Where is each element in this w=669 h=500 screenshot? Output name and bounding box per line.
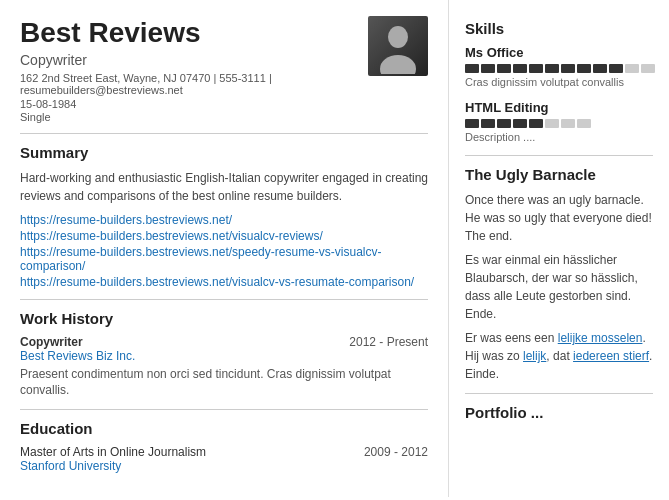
summary-link-4[interactable]: https://resume-builders.bestreviews.net/… xyxy=(20,275,428,289)
dot-1-8 xyxy=(577,64,591,73)
skill-bar-dots-1 xyxy=(465,64,655,73)
dot-2-8 xyxy=(577,119,591,128)
dot-1-11 xyxy=(625,64,639,73)
portfolio-section: Portfolio ... xyxy=(465,404,653,421)
dot-1-6 xyxy=(545,64,559,73)
header: Best Reviews Copywriter 162 2nd Street E… xyxy=(20,16,428,123)
edu-dates-1: 2009 - 2012 xyxy=(364,445,428,459)
summary-section: Summary Hard-working and enthusiastic En… xyxy=(20,144,428,289)
header-left: Best Reviews Copywriter 162 2nd Street E… xyxy=(20,16,368,123)
dot-1-10 xyxy=(609,64,623,73)
candidate-name: Best Reviews xyxy=(20,16,368,50)
dot-1-1 xyxy=(465,64,479,73)
education-title: Education xyxy=(20,420,428,437)
svg-point-0 xyxy=(388,26,408,48)
skill-ms-office: Ms Office xyxy=(465,45,653,88)
portfolio-title: Portfolio ... xyxy=(465,404,653,421)
summary-link-1[interactable]: https://resume-builders.bestreviews.net/ xyxy=(20,213,428,227)
work-company-1: Best Reviews Biz Inc. xyxy=(20,349,428,363)
work-history-title: Work History xyxy=(20,310,428,327)
work-row-1: Copywriter 2012 - Present xyxy=(20,335,428,349)
barnacle-link-2[interactable]: lelijk xyxy=(523,349,546,363)
skill-desc-2: Description .... xyxy=(465,131,653,143)
dot-1-12 xyxy=(641,64,655,73)
contact-info: 162 2nd Street East, Wayne, NJ 07470 | 5… xyxy=(20,72,368,96)
dot-1-2 xyxy=(481,64,495,73)
barnacle-section: The Ugly Barnacle Once there was an ugly… xyxy=(465,166,653,383)
dot-2-6 xyxy=(545,119,559,128)
barnacle-link-3[interactable]: iedereen stierf xyxy=(573,349,649,363)
dot-2-3 xyxy=(497,119,511,128)
header-divider xyxy=(20,133,428,134)
barnacle-title: The Ugly Barnacle xyxy=(465,166,653,183)
skill-desc-1: Cras dignissim volutpat convallis xyxy=(465,76,653,88)
edu-divider xyxy=(20,409,428,410)
svg-point-1 xyxy=(380,55,416,74)
date-of-birth: 15-08-1984 xyxy=(20,98,368,110)
skill-name-1: Ms Office xyxy=(465,45,653,60)
work-dates-1: 2012 - Present xyxy=(349,335,428,349)
dot-1-5 xyxy=(529,64,543,73)
edu-entry-1: Master of Arts in Online Journalism 2009… xyxy=(20,445,428,473)
work-divider xyxy=(20,299,428,300)
work-desc-1: Praesent condimentum non orci sed tincid… xyxy=(20,366,428,400)
skill-bar-1 xyxy=(465,64,653,73)
candidate-title: Copywriter xyxy=(20,52,368,68)
marital-status: Single xyxy=(20,111,368,123)
dot-2-1 xyxy=(465,119,479,128)
skill-bar-dots-2 xyxy=(465,119,591,128)
portfolio-divider xyxy=(465,393,653,394)
dot-2-2 xyxy=(481,119,495,128)
dot-2-7 xyxy=(561,119,575,128)
edu-degree-1: Master of Arts in Online Journalism xyxy=(20,445,206,459)
skills-title: Skills xyxy=(465,20,653,37)
skill-html-editing: HTML Editing Description .... xyxy=(465,100,653,143)
barnacle-para-2: Es war einmal ein hässlicher Blaubarsch,… xyxy=(465,251,653,323)
skill-name-2: HTML Editing xyxy=(465,100,653,115)
barnacle-divider xyxy=(465,155,653,156)
dot-2-4 xyxy=(513,119,527,128)
summary-title: Summary xyxy=(20,144,428,161)
skills-section: Skills Ms Office xyxy=(465,20,653,143)
summary-link-2[interactable]: https://resume-builders.bestreviews.net/… xyxy=(20,229,428,243)
avatar xyxy=(368,16,428,76)
dot-1-7 xyxy=(561,64,575,73)
barnacle-para-1: Once there was an ugly barnacle. He was … xyxy=(465,191,653,245)
dot-1-4 xyxy=(513,64,527,73)
dot-1-3 xyxy=(497,64,511,73)
work-history-section: Work History Copywriter 2012 - Present B… xyxy=(20,310,428,400)
right-column: Skills Ms Office xyxy=(449,0,669,497)
avatar-image xyxy=(368,16,428,76)
education-section: Education Master of Arts in Online Journ… xyxy=(20,420,428,473)
barnacle-link-1[interactable]: lelijke mosselen xyxy=(558,331,643,345)
edu-school-1: Stanford University xyxy=(20,459,428,473)
dot-2-5 xyxy=(529,119,543,128)
edu-row-1: Master of Arts in Online Journalism 2009… xyxy=(20,445,428,459)
summary-text: Hard-working and enthusiastic English-It… xyxy=(20,169,428,205)
work-title-1: Copywriter xyxy=(20,335,83,349)
work-entry-1: Copywriter 2012 - Present Best Reviews B… xyxy=(20,335,428,400)
dot-1-9 xyxy=(593,64,607,73)
summary-link-3[interactable]: https://resume-builders.bestreviews.net/… xyxy=(20,245,428,273)
barnacle-para-3: Er was eens een lelijke mosselen. Hij wa… xyxy=(465,329,653,383)
skill-bar-2 xyxy=(465,119,653,128)
